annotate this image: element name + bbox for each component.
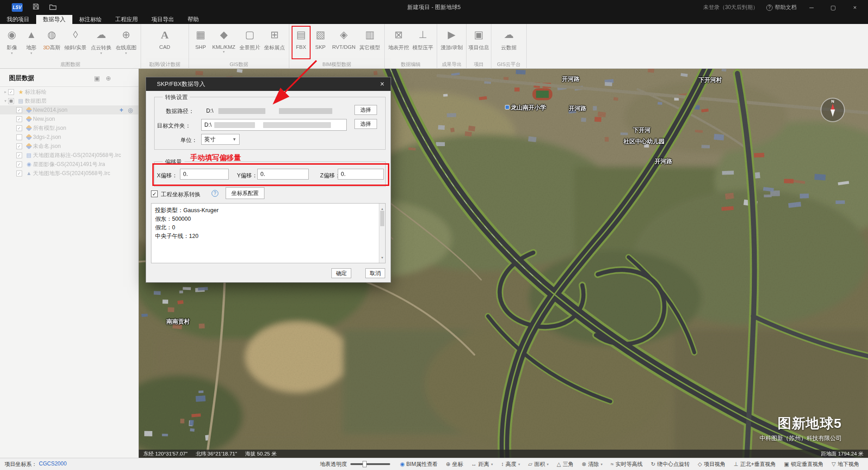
ribbon-button[interactable]: ▦SHP [193,27,208,50]
status-tool-距离[interactable]: ↔距离▾ [468,458,496,470]
projection-info-box[interactable]: 投影类型：Gauss-Kruger 假东：500000 假北：0 中央子午线：1… [151,203,386,263]
status-tool-面积[interactable]: ▱面积▾ [525,458,552,470]
slider-handle[interactable] [363,461,367,467]
unit-dropdown[interactable]: 英寸▼ [201,134,240,145]
chevron-down-icon[interactable]: ▾ [30,52,32,55]
status-tool-正北+垂直视角[interactable]: ⊥正北+垂直视角 [731,458,779,470]
status-tool-三角[interactable]: △三角 [554,458,577,470]
layer-checkbox[interactable]: ✓ [16,143,22,149]
menu-tab[interactable]: 数据导入 [36,15,72,24]
status-tool-高度[interactable]: ↕高度▾ [498,458,523,470]
expander-icon[interactable]: ▾ [3,99,8,103]
status-tool-坐标[interactable]: ⊕坐标 [443,458,466,470]
menu-tab[interactable]: 帮助 [181,15,206,24]
open-folder-icon[interactable] [49,4,57,12]
move-layer-icon[interactable]: + [119,106,123,114]
layer-tree-item[interactable]: 3dgs-2.json [0,133,138,142]
layer-tree-item[interactable]: ✓▲天地图地形-GS(2024)0568号.lrc [0,169,138,178]
add-layer-icon[interactable]: ⊕ [106,75,111,82]
status-tool-清除[interactable]: ⊗清除▾ [579,458,606,470]
layer-checkbox[interactable]: ✓ [16,171,22,176]
chevron-down-icon[interactable]: ▾ [100,52,102,55]
status-tool-地下视角[interactable]: ▽地下视角 [829,458,863,470]
status-tool-实时等高线[interactable]: ≈实时等高线 [608,458,646,470]
ribbon-button[interactable]: ◆KML/KMZ▾ [212,27,236,53]
help-doc-button[interactable]: ?帮助文档 [766,4,797,11]
status-tool-项目视角[interactable]: ◇项目视角 [695,458,729,470]
close-button[interactable]: × [848,4,862,11]
chevron-down-icon[interactable]: ▾ [11,52,13,55]
ribbon-button[interactable]: ◍3D高斯 [43,27,60,51]
ribbon-button[interactable]: ▥其它模型 [359,27,380,51]
login-status[interactable]: 未登录（30天后到期） [703,4,758,11]
chevron-down-icon[interactable]: ▾ [125,52,127,55]
ribbon-button[interactable]: ▶漫游/录制 [440,27,462,51]
ribbon-button[interactable]: ◉影像▾ [4,27,19,55]
layer-tree-item[interactable]: ▸✓★标注标绘 [0,87,138,96]
layer-tree-item[interactable]: ✓New2014.json+◎ [0,105,138,114]
layer-tree-item[interactable]: ▾▤数据图层 [0,96,138,105]
x-offset-input[interactable]: 0. [180,169,229,180]
ribbon-button[interactable]: ⊞坐标展点 [264,27,285,51]
chevron-down-icon[interactable]: ▾ [223,50,225,53]
scrollbar-thumb[interactable] [380,211,384,226]
maximize-button[interactable]: ▢ [826,4,840,11]
ribbon-button[interactable]: ⊠地表开挖 [388,27,409,51]
ribbon-button[interactable]: ◈RVT/DGN [332,27,356,50]
ribbon-button[interactable]: ◊倾斜/实景 [64,27,86,51]
browse-data-path-button[interactable]: 选择 [354,105,377,115]
crs-help-icon[interactable]: ? [212,190,218,197]
browse-target-folder-button[interactable]: 选择 [354,119,377,129]
ribbon-button[interactable]: ACAD [157,27,173,50]
layer-tree-item[interactable]: ✓所有模型.json [0,123,138,133]
layer-checkbox[interactable]: ✓ [16,152,22,158]
ok-button[interactable]: 确定 [331,268,351,278]
ribbon-button[interactable]: ▤FBX [293,27,309,50]
menu-tab[interactable]: 我的项目 [0,15,36,24]
ribbon-button[interactable]: ▣项目信息 [468,27,489,51]
scrollbar[interactable]: ▲ ▼ [379,204,385,263]
ribbon-button[interactable]: ⊥模型压平 [412,27,433,51]
layer-tree-item[interactable]: ✓New.json [0,114,138,123]
menu-tab[interactable]: 标注标绘 [72,15,108,24]
dialog-titlebar[interactable]: SKP/FBX数据导入 × [146,77,391,91]
z-offset-input[interactable]: 0. [338,169,384,180]
layer-checkbox[interactable]: ✓ [16,116,22,122]
status-tool-BIM属性查看[interactable]: ◉BIM属性查看 [396,458,441,470]
zoom-to-layer-icon[interactable]: ◎ [128,107,133,114]
project-crs-value[interactable]: CGCS2000 [39,461,66,468]
dialog-close-icon[interactable]: × [380,80,384,88]
ribbon-button[interactable]: ▧SKP [313,27,328,50]
add-folder-icon[interactable]: ▣ [94,75,100,82]
minimize-button[interactable]: ─ [805,4,818,11]
crs-convert-checkbox[interactable]: ✓ [151,190,158,197]
ribbon-button[interactable]: ▲地形▾ [24,27,39,55]
crs-config-button[interactable]: 坐标系配置 [226,187,264,199]
y-offset-input[interactable]: 0. [257,169,309,180]
layer-checkbox[interactable]: ✓ [16,125,22,131]
layer-checkbox[interactable] [16,134,22,140]
cancel-button[interactable]: 取消 [365,268,385,278]
layer-checkbox[interactable]: ✓ [16,107,22,113]
menu-tab[interactable]: 项目导出 [145,15,181,24]
layer-checkbox[interactable]: ✓ [16,161,22,167]
expander-icon[interactable]: ▸ [3,90,8,94]
layer-tree-item[interactable]: ✓未命名.json [0,142,138,151]
surface-opacity-slider[interactable] [350,463,390,465]
ribbon-button[interactable]: ☁云数据 [501,27,517,51]
status-tool-锁定垂直视角[interactable]: ▣锁定垂直视角 [781,458,826,470]
status-tool-绕中心点旋转[interactable]: ↻绕中心点旋转 [647,458,693,470]
layer-tree-item[interactable]: ✓◉星图影像-GS(2024)1491号.lra [0,160,138,169]
ribbon-button[interactable]: ☁点云转换▾ [91,27,112,55]
compass[interactable]: N [821,98,845,122]
save-icon[interactable] [33,3,39,12]
ribbon-button[interactable]: ⊕在线底图▾ [116,27,137,55]
ribbon-button[interactable]: ▢全景照片 [239,27,260,51]
layer-checkbox[interactable] [8,98,14,104]
target-folder-input[interactable]: D:\ [201,119,347,131]
scroll-down-icon[interactable]: ▼ [379,253,385,262]
layer-checkbox[interactable]: ✓ [8,89,14,95]
oblique-photo-icon: ◊ [73,27,78,43]
menu-tab[interactable]: 工程应用 [108,15,145,24]
layer-tree-item[interactable]: ✓▤天地图道路标注-GS(2024)0568号.lrc [0,151,138,160]
